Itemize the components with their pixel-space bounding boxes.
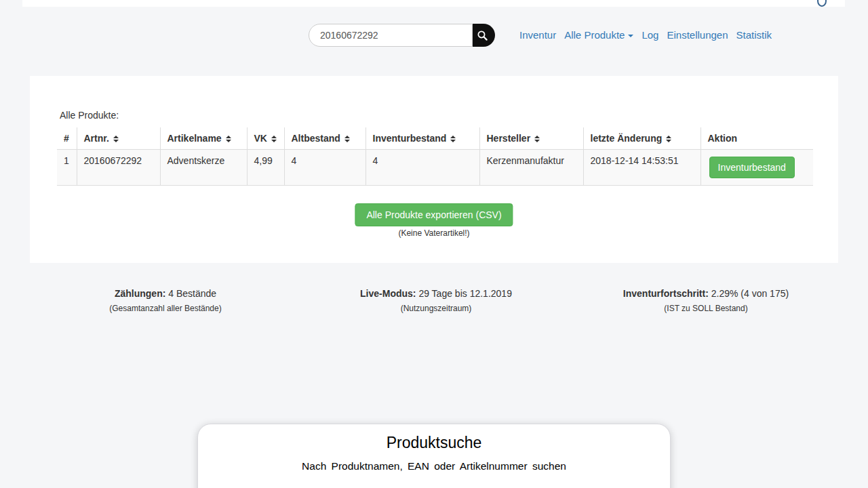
- magnifier-icon: [477, 30, 488, 41]
- column-header-altbestand[interactable]: Altbestand: [284, 127, 366, 150]
- nav-item-statistik[interactable]: Statistik: [736, 29, 772, 41]
- cell-altbestand: 4: [284, 150, 366, 186]
- sort-icon: [226, 136, 231, 142]
- popup-title: Produktsuche: [198, 434, 670, 452]
- export-csv-button[interactable]: Alle Produkte exportieren (CSV): [355, 203, 513, 226]
- column-header-inventurbestand-label: Inventurbestand: [373, 133, 447, 144]
- popup-subtitle: Nach Produktnamen, EAN oder Artikelnumme…: [198, 460, 670, 472]
- column-header-letzte-aenderung-label: letzte Änderung: [591, 133, 663, 144]
- cell-inventurbestand: 4: [366, 150, 479, 186]
- stat-zaehlungen-label: Zählungen:: [115, 288, 165, 299]
- table-row: 1 20160672292 Adventskerze 4,99 4 4 Kerz…: [57, 150, 813, 186]
- cell-vk: 4,99: [247, 150, 284, 186]
- stat-zaehlungen-value: 4 Bestände: [168, 288, 216, 299]
- nav-item-inventur[interactable]: Inventur: [519, 29, 556, 41]
- column-header-artikelname[interactable]: Artikelname: [160, 127, 247, 150]
- inventurbestand-button[interactable]: Inventurbestand: [709, 157, 795, 178]
- sort-icon: [271, 136, 277, 142]
- cell-letzte-aenderung: 2018-12-14 14:53:51: [583, 150, 701, 186]
- section-label: Alle Produkte:: [60, 110, 119, 121]
- table-header-row: # Artnr. Artikelname VK Altbestand Inven…: [57, 127, 813, 150]
- stat-inventurfortschritt-label: Inventurfortschritt:: [623, 288, 709, 299]
- nav-item-alle-produkte-label: Alle Produkte: [564, 29, 625, 41]
- cell-artikelname: Adventskerze: [160, 150, 247, 186]
- nav-item-einstellungen[interactable]: Einstellungen: [667, 29, 728, 41]
- column-header-artnr-label: Artnr.: [84, 133, 109, 144]
- column-header-letzte-aenderung[interactable]: letzte Änderung: [583, 127, 701, 150]
- column-header-hersteller[interactable]: Hersteller: [479, 127, 583, 150]
- products-table: # Artnr. Artikelname VK Altbestand Inven…: [57, 127, 813, 186]
- stat-inventurfortschritt-value: 2.29% (4 von 175): [711, 288, 789, 299]
- cell-num: 1: [57, 150, 77, 186]
- column-header-artnr[interactable]: Artnr.: [77, 127, 160, 150]
- stat-live-modus-value: 29 Tage bis 12.1.2019: [418, 288, 512, 299]
- column-header-inventurbestand[interactable]: Inventurbestand: [366, 127, 479, 150]
- search-button[interactable]: [473, 24, 495, 47]
- main-nav: Inventur Alle Produkte Log Einstellungen…: [519, 29, 772, 41]
- sort-icon: [344, 136, 350, 142]
- search-input[interactable]: [309, 24, 473, 47]
- column-header-num: #: [57, 127, 77, 150]
- nav-item-alle-produkte[interactable]: Alle Produkte: [564, 29, 633, 41]
- column-header-vk[interactable]: VK: [247, 127, 284, 150]
- stat-live-modus-sub: (Nutzungszeitraum): [300, 304, 572, 313]
- column-header-altbestand-label: Altbestand: [292, 133, 340, 144]
- sort-icon: [450, 136, 456, 142]
- page: { "search": { "value": "20160672292" }, …: [0, 0, 868, 488]
- nav-item-log[interactable]: Log: [642, 29, 658, 41]
- stat-zaehlungen: Zählungen: 4 Bestände (Gesamtanzahl alle…: [30, 288, 301, 313]
- stat-inventurfortschritt-sub: (IST zu SOLL Bestand): [570, 304, 842, 313]
- column-header-aktion: Aktion: [701, 127, 813, 150]
- cell-artnr: 20160672292: [77, 150, 160, 186]
- export-note: (Keine Vaterartikel!): [0, 228, 868, 238]
- column-header-vk-label: VK: [254, 133, 267, 144]
- clipped-link-fragment[interactable]: [817, 0, 827, 7]
- sort-icon: [113, 136, 119, 142]
- column-header-hersteller-label: Hersteller: [487, 133, 531, 144]
- top-navbar-clipped-strip: [22, 0, 845, 7]
- stat-zaehlungen-sub: (Gesamtanzahl aller Bestände): [30, 304, 301, 313]
- stat-live-modus: Live-Modus: 29 Tage bis 12.1.2019 (Nutzu…: [300, 288, 572, 313]
- stat-inventurfortschritt: Inventurfortschritt: 2.29% (4 von 175) (…: [570, 288, 842, 313]
- sort-icon: [534, 136, 540, 142]
- cell-hersteller: Kerzenmanufaktur: [479, 150, 583, 186]
- product-search-popup: Produktsuche Nach Produktnamen, EAN oder…: [197, 424, 671, 488]
- sort-icon: [666, 136, 671, 142]
- column-header-artikelname-label: Artikelname: [167, 133, 222, 144]
- cell-aktion: Inventurbestand: [701, 150, 813, 186]
- stat-live-modus-label: Live-Modus:: [360, 288, 416, 299]
- caret-down-icon: [628, 35, 633, 37]
